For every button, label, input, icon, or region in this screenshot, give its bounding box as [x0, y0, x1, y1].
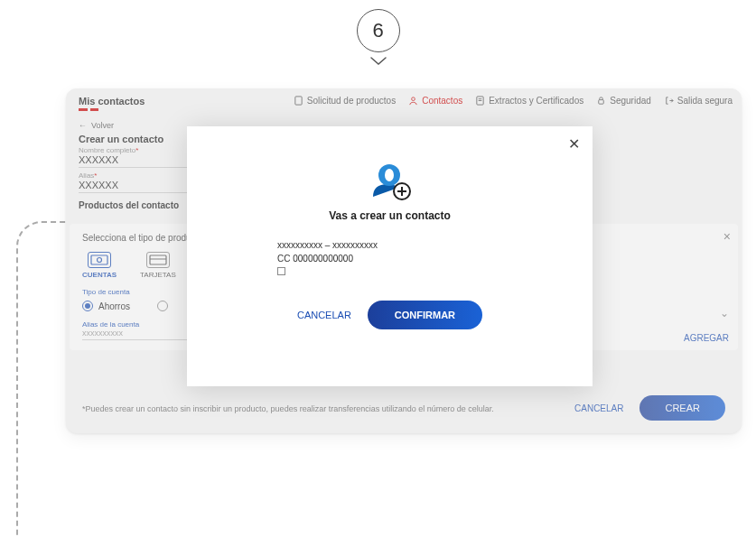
connector-line	[16, 221, 66, 537]
modal-cancel-button[interactable]: CANCELAR	[297, 310, 351, 320]
modal-line1: xxxxxxxxxx – xxxxxxxxxx	[277, 238, 565, 252]
checkbox-icon[interactable]	[277, 267, 285, 275]
step-badge: 6	[357, 9, 400, 52]
modal-title: Vas a crear un contacto	[214, 209, 565, 222]
modal-buttons: CANCELAR CONFIRMAR	[214, 301, 565, 329]
chevron-down-icon	[369, 52, 387, 71]
confirm-modal: ✕ Vas a crear un contacto xxxxxxxxxx – x…	[187, 126, 593, 386]
modal-line2: CC 000000000000	[277, 252, 565, 265]
step-number: 6	[372, 19, 383, 42]
svg-point-11	[385, 169, 394, 181]
add-contact-icon	[368, 161, 413, 200]
close-icon[interactable]: ✕	[568, 135, 580, 153]
modal-body: xxxxxxxxxx – xxxxxxxxxx CC 000000000000	[277, 238, 565, 279]
modal-confirm-button[interactable]: CONFIRMAR	[368, 301, 482, 329]
